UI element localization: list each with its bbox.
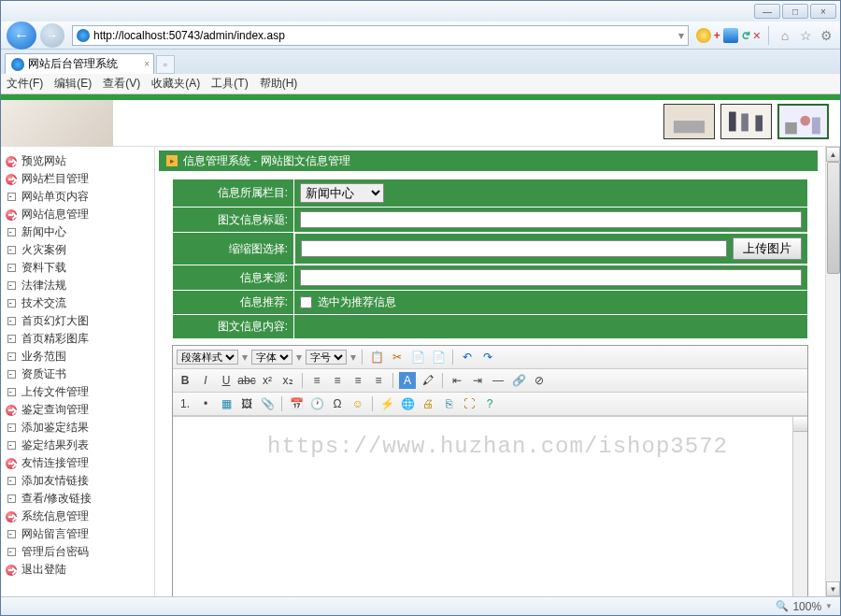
- undo-icon[interactable]: ↶: [459, 349, 476, 365]
- attach-icon[interactable]: 📎: [259, 395, 276, 412]
- emoji-icon[interactable]: ☺: [349, 395, 366, 412]
- menu-tools[interactable]: 工具(T): [211, 76, 248, 92]
- scroll-down-icon[interactable]: ▼: [826, 581, 840, 596]
- cut-icon[interactable]: ✂: [389, 349, 406, 365]
- align-left-icon[interactable]: ≡: [308, 372, 325, 389]
- cancel-icon[interactable]: ×: [753, 28, 761, 43]
- align-center-icon[interactable]: ≡: [329, 372, 346, 389]
- align-justify-icon[interactable]: ≡: [370, 372, 387, 389]
- minimize-button[interactable]: —: [754, 4, 780, 19]
- link-icon[interactable]: 🔗: [510, 372, 527, 389]
- thumb-1[interactable]: [663, 104, 715, 139]
- sidebar-item-22[interactable]: 管理后台密码: [5, 543, 150, 561]
- source-icon[interactable]: ⎘: [440, 395, 457, 412]
- editor-textarea[interactable]: [173, 416, 807, 596]
- thumb-3[interactable]: [777, 104, 829, 139]
- table-icon[interactable]: ▦: [218, 395, 235, 412]
- upload-button[interactable]: 上传图片: [733, 237, 802, 260]
- font-size-select[interactable]: 字号: [306, 350, 347, 365]
- close-button[interactable]: ×: [810, 4, 836, 19]
- indent-icon[interactable]: ⇥: [469, 372, 486, 389]
- sidebar-item-16[interactable]: 鉴定结果列表: [5, 437, 150, 454]
- strike-icon[interactable]: abc: [238, 372, 255, 389]
- symbol-icon[interactable]: Ω: [329, 395, 346, 412]
- help-icon[interactable]: ?: [481, 395, 498, 412]
- align-right-icon[interactable]: ≡: [349, 372, 366, 389]
- sidebar-item-5[interactable]: 火灾案例: [5, 241, 150, 259]
- para-style-select[interactable]: 段落样式: [177, 350, 238, 365]
- compat-icon[interactable]: [696, 28, 711, 43]
- sidebar-item-10[interactable]: 首页精彩图库: [5, 330, 150, 348]
- sidebar-item-18[interactable]: 添加友情链接: [5, 472, 150, 490]
- sidebar-item-0[interactable]: 预览网站: [5, 152, 150, 170]
- underline-icon[interactable]: U: [218, 372, 235, 389]
- browser-tab[interactable]: 网站后台管理系统 ×: [5, 53, 154, 74]
- address-bar[interactable]: ▾: [72, 25, 689, 46]
- font-family-select[interactable]: 字体: [251, 350, 292, 365]
- zoom-control[interactable]: 🔍 100% ▼: [776, 600, 833, 613]
- menu-help[interactable]: 帮助(H): [260, 76, 298, 92]
- menu-file[interactable]: 文件(F): [7, 76, 43, 92]
- text-color-icon[interactable]: A: [399, 372, 416, 389]
- url-input[interactable]: [93, 29, 678, 42]
- paste-icon[interactable]: 📄: [409, 349, 426, 365]
- flash-icon[interactable]: ⚡: [378, 395, 395, 412]
- scroll-up-icon[interactable]: ▲: [826, 147, 840, 162]
- sidebar-item-20[interactable]: 系统信息管理: [5, 508, 150, 525]
- sidebar-item-14[interactable]: 鉴定查询管理: [5, 401, 150, 419]
- sidebar-item-1[interactable]: 网站栏目管理: [5, 170, 150, 188]
- outdent-icon[interactable]: ⇤: [449, 372, 465, 389]
- hr-icon[interactable]: —: [490, 372, 506, 389]
- tab-close-icon[interactable]: ×: [144, 59, 150, 69]
- source-input[interactable]: [300, 269, 802, 286]
- content-scrollbar[interactable]: ▲ ▼: [825, 147, 840, 596]
- editor-scrollbar[interactable]: [792, 417, 807, 596]
- sidebar-item-3[interactable]: 网站信息管理: [5, 206, 150, 223]
- italic-icon[interactable]: I: [197, 372, 214, 389]
- copy-icon[interactable]: 📋: [368, 349, 385, 365]
- sidebar-item-2[interactable]: 网站单页内容: [5, 188, 150, 206]
- sidebar-item-6[interactable]: 资料下载: [5, 259, 150, 277]
- sidebar-item-23[interactable]: 退出登陆: [5, 561, 150, 579]
- sidebar-item-17[interactable]: 友情连接管理: [5, 454, 150, 472]
- home-icon[interactable]: ⌂: [777, 28, 793, 43]
- menu-view[interactable]: 查看(V): [103, 76, 140, 92]
- sidebar-item-13[interactable]: 上传文件管理: [5, 383, 150, 401]
- sidebar-item-19[interactable]: 查看/修改链接: [5, 490, 150, 508]
- settings-icon[interactable]: ⚙: [818, 28, 834, 43]
- go-icon[interactable]: ↻: [739, 31, 752, 40]
- favorites-icon[interactable]: ☆: [797, 28, 814, 43]
- image-icon[interactable]: 🖼: [238, 395, 255, 412]
- maximize-button[interactable]: □: [782, 4, 808, 19]
- date-icon[interactable]: 📅: [288, 395, 305, 412]
- title-input[interactable]: [300, 211, 802, 228]
- sidebar-item-9[interactable]: 首页幻灯大图: [5, 312, 150, 330]
- menu-edit[interactable]: 编辑(E): [54, 76, 92, 92]
- category-select[interactable]: 新闻中心: [300, 183, 384, 203]
- sidebar-item-8[interactable]: 技术交流: [5, 294, 150, 312]
- zoom-dropdown-icon[interactable]: ▼: [825, 602, 833, 610]
- media-icon[interactable]: 🌐: [399, 395, 416, 412]
- sidebar-item-21[interactable]: 网站留言管理: [5, 525, 150, 543]
- thumb-input[interactable]: [301, 240, 727, 257]
- recommend-checkbox[interactable]: [300, 296, 312, 308]
- sidebar-item-12[interactable]: 资质证书: [5, 365, 150, 383]
- ol-icon[interactable]: 1.: [177, 395, 193, 412]
- time-icon[interactable]: 🕐: [308, 395, 325, 412]
- ul-icon[interactable]: •: [197, 395, 214, 412]
- sup-icon[interactable]: x²: [259, 372, 276, 389]
- thumb-2[interactable]: [720, 104, 772, 139]
- sidebar-item-15[interactable]: 添加鉴定结果: [5, 419, 150, 437]
- bg-color-icon[interactable]: 🖍: [420, 372, 436, 389]
- scroll-thumb[interactable]: [827, 162, 840, 274]
- back-button[interactable]: ←: [7, 21, 36, 50]
- dropdown-icon[interactable]: ▾: [678, 29, 684, 42]
- stop-icon[interactable]: +: [714, 29, 720, 42]
- print-icon[interactable]: 🖨: [420, 395, 436, 412]
- new-tab-button[interactable]: ▫: [156, 55, 175, 74]
- refresh-icon[interactable]: [723, 28, 738, 43]
- forward-button[interactable]: →: [40, 23, 64, 48]
- sub-icon[interactable]: x₂: [279, 372, 296, 389]
- sidebar-item-4[interactable]: 新闻中心: [5, 223, 150, 241]
- fullscreen-icon[interactable]: ⛶: [461, 395, 478, 412]
